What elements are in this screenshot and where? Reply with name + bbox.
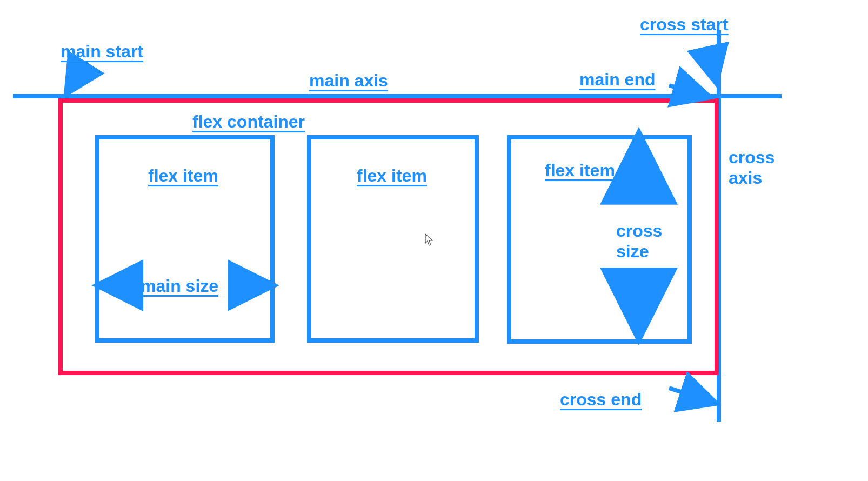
diagram-svg — [0, 0, 868, 481]
cross-end-label: cross end — [560, 389, 642, 410]
flex-container-label: flex container — [192, 111, 305, 132]
main-start-label: main start — [61, 41, 143, 62]
cross-start-arrow-icon — [708, 46, 715, 76]
cross-start-label: cross start — [640, 14, 729, 35]
main-end-arrow-icon — [669, 85, 703, 95]
main-size-label: main size — [141, 276, 218, 296]
main-axis-label: main axis — [309, 70, 388, 91]
cross-axis-label: cross axis — [729, 147, 774, 189]
cross-end-arrow-icon — [669, 388, 709, 401]
mouse-cursor-icon — [425, 233, 433, 246]
main-start-arrow-icon — [70, 62, 86, 88]
flex-item-2-label: flex item — [357, 165, 427, 186]
flex-item-3-label: flex item — [545, 160, 615, 181]
cross-size-label: cross size — [616, 221, 662, 262]
flexbox-diagram-stage: main start main axis main end cross star… — [0, 0, 868, 481]
flex-item-1-label: flex item — [148, 165, 218, 186]
main-end-label: main end — [579, 69, 655, 90]
